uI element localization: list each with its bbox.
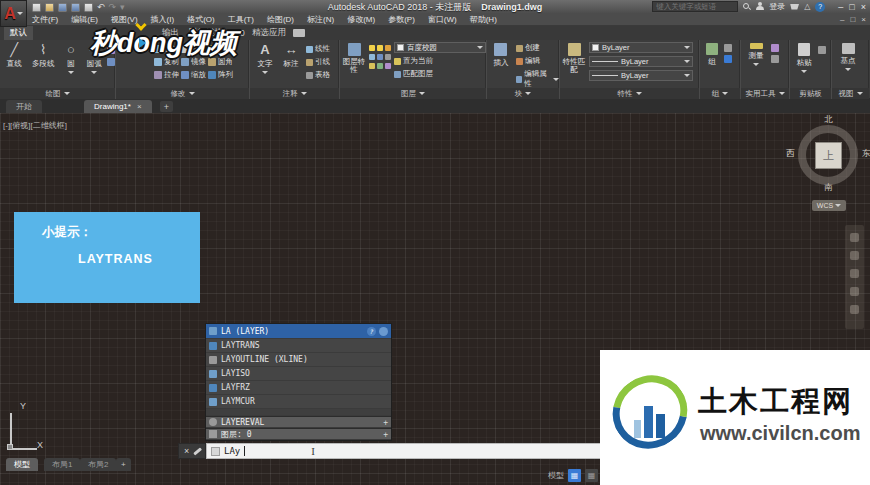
match-layer-tool[interactable]: 匹配图层 [403,69,433,79]
arc-dropdown-icon[interactable] [91,71,97,74]
layer-merge-icon[interactable] [385,63,391,69]
showmotion-icon[interactable] [850,305,859,314]
group-edit-icon[interactable] [724,55,732,63]
menu-modify[interactable]: 修改(M) [347,14,375,25]
base-dropdown-icon[interactable] [845,68,851,71]
linear-tool[interactable]: 线性 [315,44,330,54]
array-tool[interactable]: 阵列 [218,70,233,80]
grid-display-button[interactable]: ▦ [568,469,581,482]
paste-tool[interactable]: 粘贴 [793,40,815,73]
panel-label-utilities[interactable]: 实用工具 [741,88,789,99]
menu-tools[interactable]: 工具(T) [228,14,254,25]
navigation-bar[interactable] [845,225,864,329]
view-cube[interactable]: 北 南 西 东 上 WCS [790,116,870,216]
expand-icon[interactable]: + [383,418,388,427]
table-icon[interactable] [306,72,313,79]
autocomplete-item-selected[interactable]: LA (LAYER) ? [206,324,391,339]
sign-in-label[interactable]: 登录 [769,1,785,12]
panel-label-block[interactable]: 块 [487,88,559,99]
app-store-icon[interactable] [790,4,799,10]
set-current-icon[interactable] [394,58,401,65]
stretch-tool[interactable]: 拉伸 [164,70,179,80]
ribbon-display-toggle-icon[interactable] [293,29,305,37]
compass-south[interactable]: 南 [824,182,833,194]
search-icon[interactable] [743,3,751,11]
panel-draw-expand-icon[interactable] [64,92,70,95]
group-tool[interactable]: 组 [703,40,721,67]
array-icon[interactable] [208,71,216,79]
snap-mode-button[interactable]: ▦ [585,469,598,482]
doc-minimize-button[interactable]: – [840,15,844,24]
text-tool[interactable]: A文字 [254,40,276,74]
menu-help[interactable]: 帮助(H) [470,14,497,25]
panel-view-expand-icon[interactable] [857,92,863,95]
layer-on-icon[interactable] [377,45,383,51]
viewcube-top-face[interactable]: 上 [815,142,842,169]
layer-off-icon[interactable] [369,45,375,51]
status-model-label[interactable]: 模型 [548,470,564,481]
autocomplete-item-clipped[interactable] [206,409,391,416]
layer-properties-button[interactable]: 图层特性 [342,40,366,74]
match-properties-tool[interactable]: 特性匹配 [562,40,586,74]
layout2-tab[interactable]: 布局2 [80,458,116,471]
application-button[interactable]: A [0,0,27,27]
stretch-icon[interactable] [154,71,162,79]
linetype-combo[interactable]: ByLayer [589,56,693,67]
autocomplete-item[interactable]: LAYISO [206,367,391,381]
viewport-controls-label[interactable]: [-][俯视][二维线框] [3,120,67,131]
new-layout-tab[interactable]: + [116,458,131,471]
command-input-bar[interactable]: LAy I [206,443,602,459]
layer-walk-icon[interactable] [369,63,375,69]
tab-featured-apps[interactable]: 精选应用 [246,26,292,40]
panel-properties-expand-icon[interactable] [636,92,642,95]
compass-east[interactable]: 东 [862,148,870,160]
insert-block-tool[interactable]: 插入 [490,40,512,68]
measure-dropdown-icon[interactable] [753,63,759,66]
full-navigation-wheel-icon[interactable] [850,233,859,242]
measure-tool[interactable]: 测量 [744,40,768,66]
menu-edit[interactable]: 编辑(E) [71,14,98,25]
help-badge-icon[interactable]: ? [367,327,376,336]
layer-isolate-icon[interactable] [369,54,375,60]
edit-attributes-dropdown-icon[interactable] [553,78,559,81]
autocomplete-item[interactable]: LAYTRANS [206,339,391,353]
panel-label-group[interactable]: 组 [700,88,740,99]
circle-tool[interactable]: ○圆 [60,40,81,74]
doc-close-button[interactable]: × [861,15,866,24]
compass-north[interactable]: 北 [824,114,833,126]
compass-west[interactable]: 西 [786,148,795,160]
set-current-tool[interactable]: 置为当前 [403,56,433,66]
autocomplete-system-row[interactable]: LAYEREVAL + [206,416,391,428]
internet-search-icon[interactable] [379,327,388,336]
new-drawing-tab-button[interactable]: + [160,101,173,112]
pan-icon[interactable] [850,251,859,260]
menu-dimension[interactable]: 标注(N) [307,14,334,25]
scale-icon[interactable] [181,71,189,79]
menu-parametric[interactable]: 参数(P) [388,14,415,25]
expand-icon[interactable]: + [383,430,388,439]
leader-icon[interactable] [306,59,313,66]
polyline-tool[interactable]: ⌇多段线 [28,40,58,69]
circle-dropdown-icon[interactable] [68,71,74,74]
menu-format[interactable]: 格式(O) [187,14,215,25]
panel-label-layers[interactable]: 图层 [340,88,486,99]
panel-layers-expand-icon[interactable] [419,92,425,95]
command-customize-icon[interactable] [194,447,203,455]
close-button[interactable]: × [861,2,866,12]
panel-annotate-expand-icon[interactable] [301,92,307,95]
match-layer-icon[interactable] [394,71,401,78]
sign-in-icon[interactable] [756,2,764,11]
minimize-button[interactable]: – [838,2,843,12]
menu-draw[interactable]: 绘图(D) [267,14,294,25]
layer-thaw-icon[interactable] [377,63,383,69]
model-tab[interactable]: 模型 [6,458,38,471]
scale-tool[interactable]: 缩放 [191,70,206,80]
panel-label-annotate[interactable]: 注释 [250,88,339,99]
table-tool[interactable]: 表格 [315,70,330,80]
lineweight-combo[interactable]: ByLayer [589,70,693,81]
copy-clip-icon[interactable] [818,46,826,54]
autocomplete-item[interactable]: LAYMCUR [206,395,391,409]
create-block-icon[interactable] [516,45,523,52]
help-icon[interactable]: ? [815,2,825,12]
wcs-button[interactable]: WCS [812,200,846,211]
